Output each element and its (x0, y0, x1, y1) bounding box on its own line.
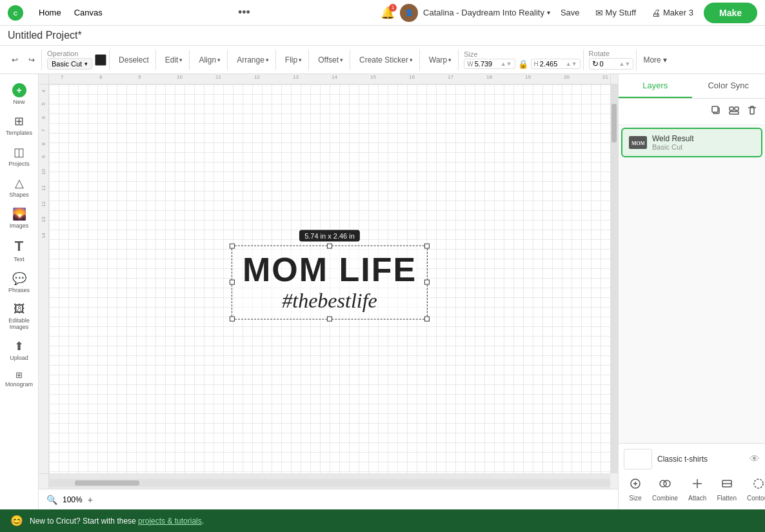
tab-layers[interactable]: Layers (619, 74, 692, 98)
edit-section: Edit ▾ (159, 50, 190, 70)
warp-button[interactable]: Warp ▾ (425, 53, 455, 67)
sidebar-item-text[interactable]: T Text (3, 234, 36, 266)
layer-item-weld-result[interactable]: MOM Weld Result Basic Cut (621, 128, 762, 157)
handle-bottom-left[interactable] (230, 316, 235, 321)
color-swatch[interactable] (95, 54, 106, 66)
panel-spacer (619, 287, 765, 444)
sidebar-item-projects[interactable]: ◫ Projects (3, 141, 36, 171)
notifications-icon[interactable]: 🔔 1 (381, 6, 395, 20)
operation-label: Operation (47, 50, 92, 58)
topbar: C Home Canvas ••• 🔔 1 👤 Catalina - Daydr… (0, 0, 765, 26)
sidebar-item-editable-images-label: Editable Images (5, 317, 34, 330)
maker-button[interactable]: 🖨 Maker 3 (646, 5, 699, 21)
size-action-label: Size (629, 495, 641, 502)
nav-home[interactable]: Home (34, 5, 66, 20)
layer-sub: Basic Cut (652, 143, 755, 151)
action-size[interactable]: Size (624, 475, 647, 504)
layer-name: Weld Result (652, 134, 755, 143)
app-logo: C (8, 5, 23, 21)
offset-section: Offset ▾ (312, 50, 350, 70)
make-button[interactable]: Make (704, 3, 757, 23)
edit-button[interactable]: Edit ▾ (161, 53, 187, 67)
offset-button[interactable]: Offset ▾ (314, 53, 347, 67)
tab-color-sync[interactable]: Color Sync (692, 74, 766, 98)
horizontal-scrollbar[interactable] (49, 479, 610, 487)
panel-layers: MOM Weld Result Basic Cut (619, 125, 765, 287)
lock-icon[interactable]: 🔒 (518, 59, 528, 69)
sidebar-item-editable-images[interactable]: 🖼 Editable Images (3, 299, 36, 334)
canvas-viewport[interactable]: 5.74 in x 2.46 in MOM LIFE #thebestlife (49, 84, 610, 473)
operation-section: Operation Basic Cut ▾ (45, 50, 110, 70)
zoom-in-button[interactable]: + (88, 495, 93, 505)
more-button[interactable]: More ▾ (639, 54, 671, 66)
handle-left-middle[interactable] (230, 280, 235, 285)
horizontal-scrollbar-thumb[interactable] (75, 480, 139, 486)
zoom-value: 100% (63, 495, 83, 504)
undo-button[interactable]: ↩ (8, 53, 22, 67)
visibility-icon[interactable]: 👁 (750, 453, 760, 465)
width-input[interactable]: W ▲▼ (464, 59, 515, 69)
ruler-horizontal: 7 8 9 10 11 12 13 14 15 16 17 18 19 20 2… (49, 74, 610, 84)
sidebar-item-new-label: New (13, 99, 25, 105)
design-element[interactable]: MOM LIFE #thebestlife (232, 245, 428, 319)
operation-select[interactable]: Basic Cut ▾ (47, 58, 92, 70)
notification-link[interactable]: projects & tutorials (138, 517, 202, 526)
sidebar-item-shapes[interactable]: △ Shapes (3, 172, 36, 202)
action-flatten[interactable]: Flatten (711, 475, 742, 504)
deselect-section: Deselect (112, 50, 156, 70)
panel-tool-duplicate[interactable] (708, 103, 724, 121)
sidebar-item-new[interactable]: + New (3, 79, 36, 109)
create-sticker-section: Create Sticker ▾ (353, 50, 420, 70)
action-contour[interactable]: Contour (742, 475, 765, 504)
user-avatar[interactable]: 👤 (400, 4, 418, 22)
svg-text:MOM: MOM (631, 141, 644, 146)
zoom-out-button[interactable]: 🔍 (46, 495, 57, 505)
vertical-scrollbar[interactable] (610, 84, 618, 473)
handle-top-left[interactable] (230, 243, 235, 248)
handle-right-middle[interactable] (424, 280, 430, 285)
sidebar-item-upload[interactable]: ⬆ Upload (3, 335, 36, 365)
size-tooltip: 5.74 in x 2.46 in (299, 230, 360, 241)
canvas-content: 4 5 6 7 8 9 10 11 12 13 14 5.74 in x 2.4… (39, 84, 618, 473)
templates-icon: ⊞ (14, 114, 24, 128)
align-button[interactable]: Align ▾ (195, 53, 224, 67)
sidebar-item-shapes-label: Shapes (9, 192, 29, 198)
more-options-icon[interactable]: ••• (235, 3, 253, 22)
panel-tool-delete[interactable] (744, 103, 760, 121)
handle-top-middle[interactable] (327, 243, 332, 248)
height-input[interactable]: H ▲▼ (531, 59, 581, 69)
redo-button[interactable]: ↪ (25, 53, 39, 67)
svg-rect-4 (730, 107, 733, 110)
svg-rect-3 (712, 106, 718, 112)
svg-text:C: C (14, 10, 18, 17)
panel-tool-group[interactable] (726, 103, 742, 121)
sidebar-item-phrases[interactable]: 💬 Phrases (3, 268, 36, 297)
vertical-scrollbar-thumb[interactable] (611, 104, 617, 143)
arrange-button[interactable]: Arrange ▾ (233, 53, 273, 67)
size-label: Size (464, 50, 580, 59)
flip-button[interactable]: Flip ▾ (281, 53, 306, 67)
upload-icon: ⬆ (14, 339, 24, 353)
action-combine[interactable]: Combine (647, 475, 683, 504)
deselect-button[interactable]: Deselect (115, 53, 153, 67)
action-attach[interactable]: Attach (683, 475, 711, 504)
nav-canvas[interactable]: Canvas (69, 5, 108, 20)
handle-top-right[interactable] (424, 243, 430, 248)
sidebar-item-monogram[interactable]: ⊞ Monogram (3, 366, 36, 391)
sidebar-item-templates[interactable]: ⊞ Templates (3, 110, 36, 140)
design-container[interactable]: 5.74 in x 2.46 in MOM LIFE #thebestlife (232, 230, 428, 319)
operation-value: Basic Cut (52, 60, 82, 68)
username-label[interactable]: Catalina - Daydream Into Reality ▾ (423, 8, 550, 17)
save-button[interactable]: Save (555, 5, 585, 20)
create-sticker-button[interactable]: Create Sticker ▾ (355, 53, 417, 67)
rotate-label: Rotate (589, 50, 634, 58)
text-icon: T (15, 238, 23, 255)
canvas-color-swatch (624, 449, 652, 469)
notification-bar: 😊 New to Cricut? Start with these projec… (0, 509, 765, 532)
sidebar-item-images[interactable]: 🌄 Images (3, 203, 36, 233)
handle-bottom-middle[interactable] (327, 316, 332, 321)
handle-bottom-right[interactable] (424, 316, 430, 321)
sidebar-item-upload-label: Upload (10, 355, 28, 361)
my-stuff-button[interactable]: ✉ My Stuff (590, 5, 641, 21)
rotate-input[interactable]: ↻ ▲▼ (589, 58, 634, 70)
